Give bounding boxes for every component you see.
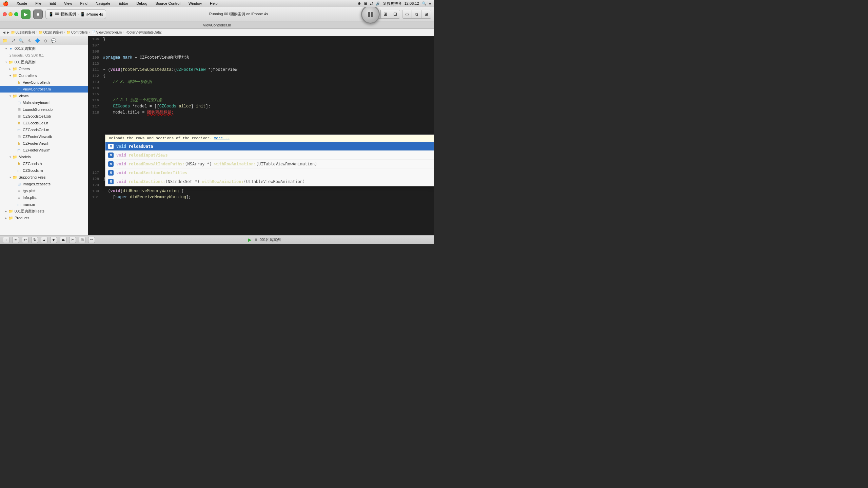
nav-forward[interactable]: ▶ xyxy=(7,30,9,34)
symbol-navigator-icon[interactable]: 🔍 xyxy=(18,38,24,43)
minimize-button[interactable] xyxy=(8,12,13,16)
edit-button[interactable]: ✏ xyxy=(88,237,95,243)
tree-viewcontroller-h[interactable]: h ViewController.h xyxy=(0,79,88,86)
tooltip-text: Reloads the rows and sections of the rec… xyxy=(109,136,212,140)
find-navigator-icon[interactable]: ⚠ xyxy=(26,38,32,43)
code-line-106: 106 } xyxy=(88,36,434,42)
single-editor-btn[interactable]: ▭ xyxy=(402,10,412,18)
tree-launchscreen-xib[interactable]: ⊟ LaunchScreen.xib xyxy=(0,106,88,113)
utilities-toggle[interactable]: ⊡ xyxy=(390,10,400,18)
menu-edit[interactable]: Edit xyxy=(48,1,57,5)
tooltip-more-link[interactable]: More... xyxy=(214,136,230,140)
tree-info-plist[interactable]: ≡ Info.plist xyxy=(0,194,88,201)
test-navigator-icon[interactable]: ◇ xyxy=(43,38,48,43)
tree-products[interactable]: ▸ 📁 Products xyxy=(0,215,88,221)
tree-project-root[interactable]: ▾ ● 001团购案例 xyxy=(0,45,88,52)
menubar-search-icon[interactable]: 🔍 xyxy=(422,1,427,6)
tree-views[interactable]: ▾ 📁 Views xyxy=(0,93,88,99)
tree-tgs-plist[interactable]: ≡ tgs.plist xyxy=(0,187,88,194)
split-editor-btn[interactable]: ⧉ xyxy=(412,10,421,18)
menu-xcode[interactable]: Xcode xyxy=(15,1,28,5)
up-button[interactable]: ▲ xyxy=(41,237,47,243)
tree-controllers[interactable]: ▾ 📁 Controllers xyxy=(0,72,88,79)
eject-button[interactable]: ⏏ xyxy=(60,237,66,243)
autocomplete-popup[interactable]: Reloads the rows and sections of the rec… xyxy=(105,135,434,186)
close-button[interactable] xyxy=(3,12,7,16)
breadcrumb-item-2[interactable]: 📁 Controllers xyxy=(66,30,87,34)
tree-czgoodscell-h[interactable]: h CZGoodsCell.h xyxy=(0,120,88,126)
run-button[interactable]: ▶ xyxy=(21,9,31,19)
menu-help[interactable]: Help xyxy=(209,1,219,5)
grid-button[interactable]: ⊞ xyxy=(79,237,85,243)
arrow-icon: ▸ xyxy=(4,217,8,220)
ac-badge-2: M xyxy=(108,161,114,167)
file-label: ViewController.h xyxy=(23,80,88,84)
tree-czgoods-m[interactable]: m CZGoods.m xyxy=(0,167,88,174)
pause-button[interactable] xyxy=(361,5,380,24)
editor[interactable]: 106 } 107 108 109 #pragma mark – CZFoote… xyxy=(88,36,434,235)
menu-debug[interactable]: Debug xyxy=(135,1,149,5)
down-button[interactable]: ▼ xyxy=(50,237,57,243)
tree-main-storyboard[interactable]: ⊟ Main.storyboard xyxy=(0,99,88,106)
breadcrumb-item-3[interactable]: 📄 ViewController.m xyxy=(92,30,122,34)
menubar-list-icon[interactable]: ≡ xyxy=(429,1,431,5)
maximize-button[interactable] xyxy=(14,12,18,16)
menu-find[interactable]: Find xyxy=(79,1,89,5)
menubar-right: ⊕ 🖥 ⇄ 🔊 S 搜狗拼音 12:06:12 🔍 ≡ xyxy=(358,1,431,6)
folder-navigator-icon[interactable]: 📁 xyxy=(2,38,7,43)
ac-item-1[interactable]: M void reloadInputViews xyxy=(105,151,434,160)
menu-source-control[interactable]: Source Control xyxy=(154,1,182,5)
tree-czfooterview-m[interactable]: m CZFooterView.m xyxy=(0,147,88,154)
breadcrumb-item-1[interactable]: 📁 001团购案例 xyxy=(39,30,63,35)
menu-navigate[interactable]: Navigate xyxy=(94,1,112,5)
tree-czgoodscell-m[interactable]: m CZGoodsCell.m xyxy=(0,126,88,133)
menubar-volume-icon: 🔊 xyxy=(376,1,380,6)
tree-others[interactable]: ▸ 📁 Others xyxy=(0,65,88,72)
ac-item-0[interactable]: M void reloadData xyxy=(105,142,434,151)
tree-group-main[interactable]: ▾ 📁 001团购案例 xyxy=(0,59,88,65)
file-label: LaunchScreen.xib xyxy=(23,107,88,111)
menu-window[interactable]: Window xyxy=(187,1,203,5)
list-toggle-button[interactable]: ≡ xyxy=(12,237,19,243)
ac-item-4[interactable]: M void reloadSections:(NSIndexSet *) wit… xyxy=(105,177,434,186)
menu-editor[interactable]: Editor xyxy=(117,1,130,5)
center-toggle[interactable]: ⊞ xyxy=(381,10,390,18)
device-icon: 📱 xyxy=(80,12,85,17)
tree-czfooterview-xib[interactable]: ⊟ CZFooterView.xib xyxy=(0,133,88,140)
breadcrumb-item-0[interactable]: 📁 001团购案例 xyxy=(11,30,35,35)
file-label: CZFooterView.h xyxy=(23,141,88,145)
debug-navigator-icon[interactable]: 💬 xyxy=(51,38,56,43)
menubar-plus-icon[interactable]: ⊕ xyxy=(358,1,361,6)
bottom-center: ▶ ⏸ 001团购案例 xyxy=(98,237,431,242)
tree-czgoodscell-xib[interactable]: ⊟ CZGoodsCell.xib xyxy=(0,113,88,120)
tree-supporting-files[interactable]: ▾ 📁 Supporting Files xyxy=(0,174,88,181)
tree-main-m[interactable]: m main.m xyxy=(0,201,88,208)
menu-file[interactable]: File xyxy=(34,1,43,5)
add-file-button[interactable]: + xyxy=(3,237,9,243)
tree-czgoods-h[interactable]: h CZGoods.h xyxy=(0,160,88,167)
apple-menu[interactable]: 🍎 xyxy=(3,1,8,6)
tree-models[interactable]: ▾ 📁 Models xyxy=(0,154,88,160)
tree-czfooterview-h[interactable]: h CZFooterView.h xyxy=(0,140,88,147)
tree-tests[interactable]: ▸ 📁 001团购案例Tests xyxy=(0,208,88,215)
ac-item-2[interactable]: M void reloadRowsAtIndexPaths:(NSArray *… xyxy=(105,160,434,168)
active-tab[interactable]: ViewController.m xyxy=(203,23,231,27)
tree-images-xcassets[interactable]: ⊞ Images.xcassets xyxy=(0,181,88,187)
menu-view[interactable]: View xyxy=(63,1,74,5)
code-area[interactable]: 106 } 107 108 109 #pragma mark – CZFoote… xyxy=(88,36,434,235)
code-line-130: 130 – (void)didReceiveMemoryWarning { xyxy=(88,188,434,194)
breadcrumb-item-4[interactable]: -footerViewUpdateData: xyxy=(126,30,162,34)
back-button[interactable]: ↩ xyxy=(22,237,28,243)
cut-button[interactable]: ✂ xyxy=(69,237,76,243)
source-control-icon[interactable]: ⎇ xyxy=(10,38,16,43)
ac-item-3[interactable]: M void reloadSectionIndexTitles xyxy=(105,168,434,177)
stop-button[interactable]: ■ xyxy=(33,9,43,19)
m-file-icon: m xyxy=(16,87,22,91)
issue-navigator-icon[interactable]: 🔷 xyxy=(35,38,40,43)
refresh-button[interactable]: ↻ xyxy=(31,237,38,243)
scheme-selector[interactable]: 📱 001团购案例 › 📱 iPhone 4s xyxy=(45,9,106,19)
ac-item-text-1: void reloadInputViews xyxy=(116,153,168,158)
tree-viewcontroller-m[interactable]: m ViewController.m xyxy=(0,86,88,93)
nav-back[interactable]: ◀ xyxy=(3,30,5,34)
version-editor-btn[interactable]: ⊞ xyxy=(421,10,431,18)
